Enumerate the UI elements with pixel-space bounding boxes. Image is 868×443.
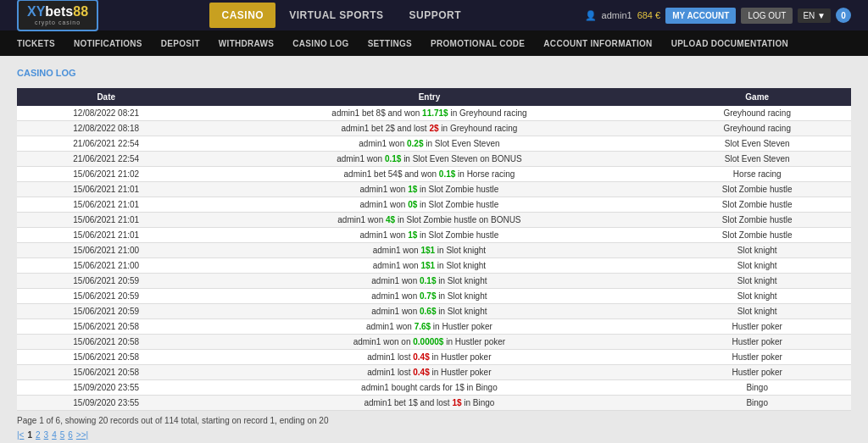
page-6[interactable]: 6 — [68, 430, 73, 440]
nav-virtual-sports[interactable]: VIRTUAL SPORTS — [277, 3, 395, 28]
cell-date: 15/06/2021 21:00 — [17, 258, 195, 274]
page-2[interactable]: 2 — [36, 430, 41, 440]
nav-account-information[interactable]: ACCOUNT INFORMATION — [535, 30, 660, 56]
cell-entry: admin1 won 1$ in Slot Zombie hustle — [195, 182, 663, 197]
cell-game: Hustler poker — [663, 365, 851, 380]
cell-game: Slot knight — [663, 258, 851, 274]
page-5[interactable]: 5 — [60, 430, 65, 440]
table-row: 15/06/2021 21:00admin1 won 1$1 in Slot k… — [17, 243, 851, 258]
cell-date: 12/08/2022 08:21 — [17, 106, 195, 121]
cell-game: Hustler poker — [663, 335, 851, 350]
header-right: 👤 admin1 684 € MY ACCOUNT LOG OUT EN ▼ 0 — [585, 8, 851, 24]
user-icon: 👤 — [585, 10, 597, 21]
page-4[interactable]: 4 — [52, 430, 57, 440]
main-nav: CASINO VIRTUAL SPORTS SUPPORT — [209, 3, 473, 28]
cell-date: 15/09/2020 23:55 — [17, 380, 195, 396]
cell-entry: admin1 won 0.1$ in Slot Even Steven on B… — [195, 152, 663, 167]
cell-date: 15/06/2021 21:02 — [17, 167, 195, 182]
page-3[interactable]: 3 — [44, 430, 49, 440]
cell-game: Slot Zombie hustle — [663, 182, 851, 197]
logout-button[interactable]: LOG OUT — [741, 8, 793, 24]
cell-date: 21/06/2021 22:54 — [17, 136, 195, 152]
logo-text: XYbets88 — [27, 4, 88, 19]
page-title: CASINO LOG — [17, 64, 851, 81]
cell-entry: admin1 won 0.2$ in Slot Even Steven — [195, 136, 663, 152]
balance: 684 € — [637, 10, 661, 20]
cell-date: 15/06/2021 21:01 — [17, 197, 195, 213]
table-body: 12/08/2022 08:21admin1 bet 8$ and won 11… — [17, 106, 851, 411]
notification-badge[interactable]: 0 — [836, 8, 851, 23]
cell-entry: admin1 won 0.1$ in Slot knight — [195, 274, 663, 289]
cell-date: 15/06/2021 21:01 — [17, 228, 195, 243]
top-header: XYbets88 crypto casino CASINO VIRTUAL SP… — [0, 0, 868, 30]
cell-game: Slot knight — [663, 304, 851, 319]
cell-game: Bingo — [663, 396, 851, 411]
cell-entry: admin1 won 4$ in Slot Zombie hustle on B… — [195, 213, 663, 228]
nav-casino-log[interactable]: CASINO LOG — [284, 30, 357, 56]
table-row: 15/09/2020 23:55admin1 bought cards for … — [17, 380, 851, 396]
table-row: 15/06/2021 21:00admin1 won 1$1 in Slot k… — [17, 258, 851, 274]
cell-game: Slot Zombie hustle — [663, 228, 851, 243]
cell-entry: admin1 won on 0.0000$ in Hustler poker — [195, 335, 663, 350]
table-row: 21/06/2021 22:54admin1 won 0.2$ in Slot … — [17, 136, 851, 152]
pagination-links: |< 1 2 3 4 5 6 >>| — [17, 429, 851, 441]
cell-game: Slot Even Steven — [663, 136, 851, 152]
cell-date: 15/06/2021 20:58 — [17, 365, 195, 380]
cell-date: 15/06/2021 21:01 — [17, 182, 195, 197]
nav-tickets[interactable]: TICKETS — [8, 30, 64, 56]
table-row: 15/09/2020 23:55admin1 bet 1$ and lost 1… — [17, 396, 851, 411]
table-row: 15/06/2021 20:59admin1 won 0.1$ in Slot … — [17, 274, 851, 289]
logo: XYbets88 crypto casino — [17, 0, 98, 31]
table-row: 15/06/2021 20:58admin1 lost 0.4$ in Hust… — [17, 365, 851, 380]
cell-game: Slot Zombie hustle — [663, 197, 851, 213]
col-game: Game — [663, 88, 851, 106]
table-row: 15/06/2021 20:59admin1 won 0.7$ in Slot … — [17, 289, 851, 304]
table-row: 21/06/2021 22:54admin1 won 0.1$ in Slot … — [17, 152, 851, 167]
nav-casino[interactable]: CASINO — [209, 3, 275, 28]
table-row: 15/06/2021 21:01admin1 won 1$ in Slot Zo… — [17, 182, 851, 197]
logo-area: XYbets88 crypto casino — [17, 0, 98, 31]
nav-notifications[interactable]: NOTIFICATIONS — [65, 30, 151, 56]
nav-withdraws[interactable]: WITHDRAWS — [210, 30, 282, 56]
cell-game: Hustler poker — [663, 350, 851, 365]
cell-date: 15/06/2021 20:58 — [17, 335, 195, 350]
cell-entry: admin1 bet 54$ and won 0.1$ in Horse rac… — [195, 167, 663, 182]
cell-date: 15/09/2020 23:55 — [17, 396, 195, 411]
pagination-info: Page 1 of 6, showing 20 records out of 1… — [17, 411, 851, 429]
cell-date: 21/06/2021 22:54 — [17, 152, 195, 167]
cell-entry: admin1 won 0.6$ in Slot knight — [195, 304, 663, 319]
cell-entry: admin1 won 0.7$ in Slot knight — [195, 289, 663, 304]
table-row: 15/06/2021 20:58admin1 won 7.6$ in Hustl… — [17, 319, 851, 335]
nav-settings[interactable]: SETTINGS — [359, 30, 420, 56]
cell-game: Slot Zombie hustle — [663, 213, 851, 228]
table-row: 15/06/2021 20:58admin1 won on 0.0000$ in… — [17, 335, 851, 350]
main-content: CASINO LOG Date Entry Game 12/08/2022 08… — [0, 56, 868, 443]
nav-upload-documentation[interactable]: UPLOAD DOCUMENTATION — [663, 30, 797, 56]
cell-date: 15/06/2021 20:59 — [17, 304, 195, 319]
cell-game: Greyhound racing — [663, 106, 851, 121]
page-1[interactable]: 1 — [27, 430, 32, 440]
cell-entry: admin1 lost 0.4$ in Hustler poker — [195, 350, 663, 365]
cell-game: Slot knight — [663, 289, 851, 304]
page-last[interactable]: >>| — [76, 430, 88, 440]
cell-date: 15/06/2021 20:58 — [17, 319, 195, 335]
nav-deposit[interactable]: DEPOSIT — [153, 30, 209, 56]
col-entry: Entry — [195, 88, 663, 106]
cell-game: Slot Even Steven — [663, 152, 851, 167]
username: admin1 — [602, 10, 632, 20]
page-first[interactable]: |< — [17, 430, 24, 440]
cell-entry: admin1 bet 2$ and lost 2$ in Greyhound r… — [195, 121, 663, 136]
cell-entry: admin1 bet 8$ and won 11.71$ in Greyhoun… — [195, 106, 663, 121]
my-account-button[interactable]: MY ACCOUNT — [665, 8, 736, 24]
language-selector[interactable]: EN ▼ — [798, 8, 831, 23]
cell-date: 15/06/2021 20:59 — [17, 289, 195, 304]
col-date: Date — [17, 88, 195, 106]
nav-promotional-code[interactable]: PROMOTIONAL CODE — [422, 30, 533, 56]
table-row: 15/06/2021 21:01admin1 won 0$ in Slot Zo… — [17, 197, 851, 213]
cell-date: 12/08/2022 08:18 — [17, 121, 195, 136]
cell-date: 15/06/2021 21:00 — [17, 243, 195, 258]
nav-support[interactable]: SUPPORT — [398, 3, 474, 28]
cell-entry: admin1 won 0$ in Slot Zombie hustle — [195, 197, 663, 213]
cell-game: Hustler poker — [663, 319, 851, 335]
cell-game: Bingo — [663, 380, 851, 396]
